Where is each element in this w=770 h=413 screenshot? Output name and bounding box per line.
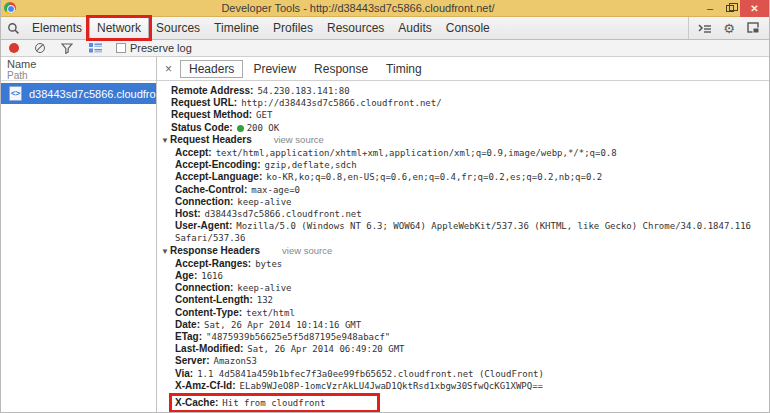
devtools-tabbar: Elements Network Sources Timeline Profil… <box>1 17 769 40</box>
header-name: Date: <box>175 319 200 330</box>
detail-tabbar: × Headers Preview Response Timing <box>157 57 769 81</box>
header-row: X-Amz-Cf-Id:ELab9WJeO8P-1omcVzrAkLU4JwaD… <box>157 380 769 392</box>
header-row: Accept-Language:ko-KR,ko;q=0.8,en-US;q=0… <box>157 171 769 183</box>
header-value: ko-KR,ko;q=0.8,en-US;q=0.6,en;q=0.4,fr;q… <box>266 172 602 182</box>
headers-content: Remote Address:54.230.183.141:80 Request… <box>157 81 769 413</box>
header-value: Sat, 26 Apr 2014 10:14:16 GMT <box>204 320 361 330</box>
detail-tab-timing[interactable]: Timing <box>378 61 430 77</box>
preserve-log-checkbox[interactable] <box>116 43 126 53</box>
disclosure-triangle-icon[interactable]: ▼ <box>161 246 170 258</box>
disclosure-triangle-icon[interactable]: ▼ <box>161 135 170 147</box>
header-name: Host: <box>175 208 201 219</box>
search-icon <box>7 22 20 35</box>
close-button[interactable]: ✕ <box>740 0 769 17</box>
requests-sidebar: Name Path <> d38443sd7c5866.cloudfro... <box>1 57 157 413</box>
header-value: "4875939b56625e5f5d87195e948abacf" <box>206 332 390 342</box>
tab-resources[interactable]: Resources <box>320 17 391 39</box>
header-row: Server:AmazonS3 <box>157 355 769 367</box>
settings-button[interactable]: ⚙ <box>717 17 741 39</box>
header-row: Date:Sat, 26 Apr 2014 10:14:16 GMT <box>157 319 769 331</box>
header-name: Last-Modified: <box>175 343 243 354</box>
header-value: 132 <box>257 295 273 305</box>
show-console-drawer-button[interactable] <box>693 17 717 39</box>
header-name: Status Code: <box>171 122 233 133</box>
tab-profiles[interactable]: Profiles <box>266 17 320 39</box>
header-value: d38443sd7c5866.cloudfront.net <box>205 209 362 219</box>
restore-icon <box>726 5 734 12</box>
header-value: 1.1 4d5841a459b1bfec7f3a0ee99fb65652.clo… <box>197 369 544 379</box>
header-row: Last-Modified:Sat, 26 Apr 2014 06:49:20 … <box>157 343 769 355</box>
preserve-log-label: Preserve log <box>130 40 192 56</box>
chrome-icon <box>4 2 16 14</box>
column-header-name: Name <box>7 58 156 70</box>
header-value: AmazonS3 <box>213 356 256 366</box>
restore-button[interactable] <box>720 0 740 16</box>
header-name: X-Amz-Cf-Id: <box>175 380 236 391</box>
clear-icon[interactable] <box>35 43 45 53</box>
summary-row: Request Method:GET <box>157 109 769 121</box>
small-resource-rows-icon[interactable] <box>89 43 102 53</box>
response-headers-section: ▼Response Headersview source <box>157 245 769 258</box>
header-name: Via: <box>175 368 193 379</box>
detail-tab-headers[interactable]: Headers <box>180 60 243 78</box>
summary-row: Request URL:http://d38443sd7c5866.cloudf… <box>157 97 769 109</box>
header-row: Accept-Ranges:bytes <box>157 258 769 270</box>
summary-row: Remote Address:54.230.183.141:80 <box>157 85 769 97</box>
header-value: Hit from cloudfront <box>222 398 325 408</box>
filter-icon[interactable] <box>61 43 73 54</box>
tab-network[interactable]: Network <box>89 17 149 39</box>
window-title: Developer Tools - http://d38443sd7c5866.… <box>16 0 700 16</box>
requests-column-header[interactable]: Name Path <box>1 57 156 81</box>
close-detail-icon[interactable]: × <box>163 62 180 76</box>
header-value: 54.230.183.141:80 <box>257 86 349 96</box>
minimize-button[interactable]: – <box>700 0 720 16</box>
tab-network-label: Network <box>97 21 141 35</box>
header-name: Request Method: <box>171 109 252 120</box>
header-row: Content-Length:132 <box>157 294 769 306</box>
header-row: Content-Type:text/html <box>157 307 769 319</box>
header-row: Connection:keep-alive <box>157 282 769 294</box>
header-name: Connection: <box>175 282 233 293</box>
header-row: Host:d38443sd7c5866.cloudfront.net <box>157 208 769 220</box>
header-name: Content-Length: <box>175 294 253 305</box>
tab-timeline[interactable]: Timeline <box>207 17 266 39</box>
network-panel: Name Path <> d38443sd7c5866.cloudfro... … <box>1 57 769 413</box>
header-value: 200 OK <box>247 123 280 133</box>
tab-audits[interactable]: Audits <box>391 17 438 39</box>
record-icon[interactable] <box>9 43 19 53</box>
header-name: Request URL: <box>171 97 237 108</box>
gear-icon: ⚙ <box>723 22 735 35</box>
header-name: Accept-Ranges: <box>175 258 251 269</box>
view-source-link[interactable]: view source <box>282 245 332 256</box>
header-value: text/html,application/xhtml+xml,applicat… <box>216 148 617 158</box>
header-name: Server: <box>175 355 209 366</box>
header-row: Accept-Encoding:gzip,deflate,sdch <box>157 159 769 171</box>
request-list-item[interactable]: <> d38443sd7c5866.cloudfro... <box>1 83 156 104</box>
detail-tab-response[interactable]: Response <box>306 61 376 77</box>
view-source-link[interactable]: view source <box>274 134 324 145</box>
header-name: Age: <box>175 270 197 281</box>
tab-sources[interactable]: Sources <box>149 17 207 39</box>
section-title: Response Headers <box>170 245 260 256</box>
search-button[interactable] <box>1 17 25 39</box>
document-code-icon: <> <box>9 86 22 101</box>
header-name: X-Cache: <box>175 397 218 408</box>
header-row-x-cache: X-Cache:Hit from cloudfront <box>157 392 769 413</box>
header-name: Accept: <box>175 147 212 158</box>
header-value: keep-alive <box>237 283 291 293</box>
dock-button[interactable] <box>741 17 765 39</box>
header-value: text/html <box>246 308 295 318</box>
dock-to-window-icon <box>747 22 760 34</box>
header-value: http://d38443sd7c5866.cloudfront.net/ <box>241 98 441 108</box>
tab-console[interactable]: Console <box>439 17 497 39</box>
header-name: Content-Type: <box>175 307 242 318</box>
column-header-path: Path <box>7 70 156 81</box>
window-titlebar: Developer Tools - http://d38443sd7c5866.… <box>1 0 769 17</box>
header-value: 1616 <box>201 271 223 281</box>
header-name: Accept-Language: <box>175 171 262 182</box>
tab-elements[interactable]: Elements <box>25 17 89 39</box>
header-value: bytes <box>255 259 282 269</box>
header-name: Connection: <box>175 196 233 207</box>
window-controls: – ✕ <box>700 0 769 16</box>
detail-tab-preview[interactable]: Preview <box>245 61 304 77</box>
